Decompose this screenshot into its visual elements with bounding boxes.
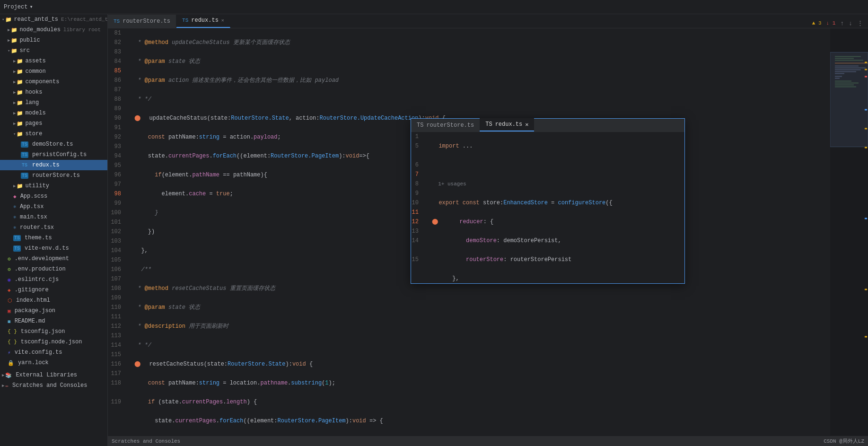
ts-file-icon: TS <box>21 141 28 148</box>
popup-line-6: export const store:EnhancedStore = confi… <box>432 198 684 208</box>
scss-file-icon: ◆ <box>13 193 17 200</box>
ln-85: 85 <box>108 66 126 76</box>
warning-count[interactable]: ▲ 3 <box>811 19 823 27</box>
folder-icon: 📁 <box>11 48 18 54</box>
ts-file-icon: TS <box>21 152 28 158</box>
item-label: routerStore.ts <box>32 172 80 179</box>
expand-arrow: ▾ <box>13 131 16 137</box>
popup-line-numbers: 1 5 - 6 7 8 9 10 11 12 13 14 - 15 <box>411 132 428 283</box>
sidebar-item-app-scss[interactable]: ◆ App.scss <box>0 191 107 201</box>
project-label: Project <box>4 4 27 10</box>
sidebar-item-yarn-lock[interactable]: 🔒 yarn.lock <box>0 358 107 368</box>
code-line-83: * @param action 描述发生的事件，还会包含其他一些数据，比如 pa… <box>134 76 830 85</box>
scratches-status[interactable]: Scratches and Consoles <box>112 438 180 444</box>
pln-12: 12 <box>411 217 423 227</box>
html-file-icon: ⬡ <box>8 297 12 304</box>
popup-code-text[interactable]: import ... 1+ usages export const store:… <box>428 132 684 283</box>
expand-arrow: ▶ <box>13 79 16 85</box>
sidebar-item-public[interactable]: ▶ 📁 public <box>0 35 107 45</box>
sidebar-item-tsconfig[interactable]: { } tsconfig.json <box>0 326 107 337</box>
code-line-94: * @method resetCacheStatus 重置页面缓存状态 <box>134 284 830 293</box>
sidebar-item-vite-config[interactable]: ⚡ vite.config.ts <box>0 347 107 358</box>
editor-content: 81 82 83 84 85 86 87 88 89 90 91 92 93 9… <box>108 28 868 436</box>
sidebar-item-theme-ts[interactable]: TS theme.ts <box>0 233 107 243</box>
env-file-icon: ⚙ <box>8 266 11 272</box>
more-options-icon[interactable]: ⋮ <box>856 18 864 28</box>
navigate-up-icon[interactable]: ↑ <box>839 19 845 28</box>
ln-119 <box>108 388 126 397</box>
sidebar-item-env-prod[interactable]: ⚙ .env.production <box>0 264 107 274</box>
popup-tab-redux[interactable]: TS redux.ts ✕ <box>480 118 534 131</box>
sidebar-item-lang[interactable]: ▶ 📁 lang <box>0 97 107 108</box>
popup-code[interactable]: 1 5 - 6 7 8 9 10 11 12 13 14 - 15 <box>411 132 684 283</box>
expand-arrow: ▶ <box>13 90 16 95</box>
sidebar-item-external-libraries[interactable]: ▶ 📚 External Libraries <box>0 370 107 380</box>
sidebar-item-hooks[interactable]: ▶ 📁 hooks <box>0 87 107 97</box>
navigate-down-icon[interactable]: ↓ <box>848 19 853 28</box>
ln-90: 90 <box>108 114 126 123</box>
sidebar-item-readme[interactable]: ◼ README.md <box>0 316 107 326</box>
sidebar-item-store[interactable]: ▾ 📁 store <box>0 129 107 139</box>
svg-rect-22 <box>865 147 867 149</box>
sidebar-item-routerStore[interactable]: TS routerStore.ts <box>0 170 107 181</box>
sidebar-item-node_modules[interactable]: ▶ 📁 node_modules library root <box>0 25 107 35</box>
sidebar-item-utility[interactable]: ▶ 📁 utility <box>0 181 107 191</box>
sidebar-item-common[interactable]: ▶ 📁 common <box>0 66 107 77</box>
tab-redux[interactable]: TS redux.ts ✕ <box>176 14 230 28</box>
popup-tab-close-icon[interactable]: ✕ <box>525 121 528 128</box>
popup-tab-label: routerStore.ts <box>426 122 474 129</box>
pln-11: 11 <box>411 208 423 217</box>
sidebar-item-models[interactable]: ▶ 📁 models <box>0 108 107 118</box>
sidebar-item-app-tsx[interactable]: ⚛ App.tsx <box>0 201 107 212</box>
tab-close-icon[interactable]: ✕ <box>221 17 224 23</box>
sidebar-item-main-tsx[interactable]: ⚛ main.tsx <box>0 212 107 222</box>
sidebar-item-gitignore[interactable]: ◈ .gitignore <box>0 285 107 295</box>
ts-icon: TS <box>485 121 492 128</box>
sidebar: ▾ 📁 react_antd_ts E:\react_antd_ts ▶ 📁 n… <box>0 14 108 446</box>
sidebar-item-components[interactable]: ▶ 📁 components <box>0 77 107 87</box>
sidebar-item-pages[interactable]: ▶ 📁 pages <box>0 118 107 129</box>
code-line-97: * */ <box>134 341 830 350</box>
sidebar-item-redux[interactable]: TS redux.ts <box>0 160 107 170</box>
error-count[interactable]: ↓ 1 <box>825 19 837 27</box>
sidebar-item-package-json[interactable]: ▣ package.json <box>0 306 107 316</box>
sidebar-item-react_antd_ts[interactable]: ▾ 📁 react_antd_ts E:\react_antd_ts <box>0 14 107 25</box>
ln-101: 101 <box>108 218 126 227</box>
folder-icon: 📁 <box>17 110 23 116</box>
pkg-file-icon: ▣ <box>8 308 11 314</box>
svg-rect-17 <box>865 62 867 63</box>
sidebar-item-tsconfig-node[interactable]: { } tsconfig.node.json <box>0 337 107 347</box>
sidebar-item-eslint[interactable]: ◉ .eslintrc.cjs <box>0 274 107 285</box>
folder-icon: 📁 <box>17 131 23 137</box>
popup-editor: TS routerStore.ts TS redux.ts ✕ 1 5 - <box>411 118 685 284</box>
tab-routerStore[interactable]: TS routerStore.ts <box>108 15 176 28</box>
sidebar-item-demoStore[interactable]: TS demoStore.ts <box>0 139 107 149</box>
sidebar-item-env-dev[interactable]: ⚙ .env.development <box>0 254 107 264</box>
tab-label: routerStore.ts <box>123 18 170 25</box>
sidebar-item-scratches[interactable]: ▶ ✏ Scratches and Consoles <box>0 380 107 391</box>
sidebar-item-router-tsx[interactable]: ⚛ router.tsx <box>0 222 107 233</box>
item-label: vite-env.d.ts <box>25 245 69 252</box>
code-line-99: const pathName:string = location.pathnam… <box>134 378 830 388</box>
popup-tab-routerStore[interactable]: TS routerStore.ts <box>411 119 480 131</box>
ln-114: 114 <box>108 341 126 350</box>
svg-rect-18 <box>865 69 867 70</box>
item-label: External Libraries <box>16 372 77 378</box>
ln-87: 87 <box>108 85 126 95</box>
sidebar-item-assets[interactable]: ▶ 📁 assets <box>0 56 107 66</box>
ln-89: 89 <box>108 104 126 114</box>
ln-107: 107 <box>108 274 126 284</box>
sidebar-item-persistConfig[interactable]: TS persistConfig.ts <box>0 149 107 160</box>
yarn-file-icon: 🔒 <box>8 360 14 366</box>
item-label: .gitignore <box>15 287 49 293</box>
sidebar-item-src[interactable]: ▾ 📁 src <box>0 45 107 56</box>
scratches-icon: ✏ <box>5 383 9 389</box>
sidebar-item-vite-env[interactable]: TS vite-env.d.ts <box>0 243 107 254</box>
project-title[interactable]: Project ▾ <box>4 3 33 10</box>
ln-118: 118 <box>108 378 126 388</box>
sidebar-item-index-html[interactable]: ⬡ index.html <box>0 295 107 306</box>
ts-file-icon: TS <box>13 245 21 252</box>
expand-arrow: ▶ <box>2 383 4 388</box>
expand-arrow: ▶ <box>13 100 16 105</box>
ln-103: 103 <box>108 236 126 246</box>
